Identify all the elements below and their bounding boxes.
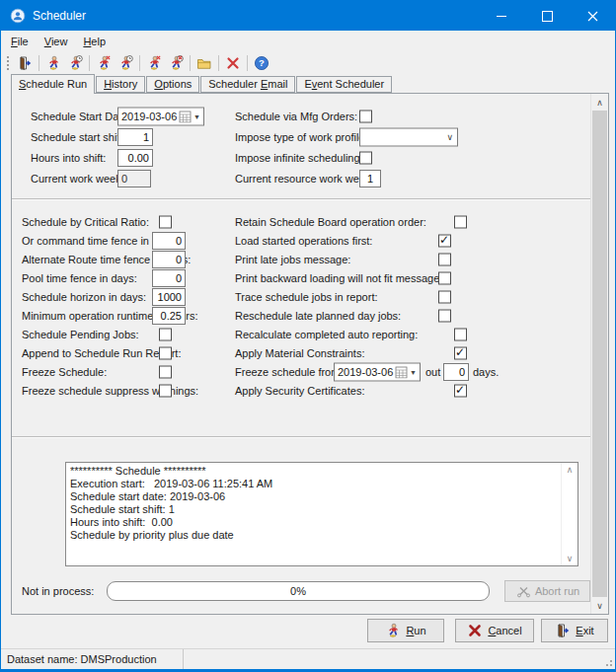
run-output-section: ********** Schedule ********** Execution… [12, 438, 591, 603]
impose-work-profile-select[interactable]: ∨ [359, 127, 458, 146]
print-late-jobs-message-checkbox[interactable] [438, 253, 451, 265]
field-label: Retain Schedule Board operation order: [235, 216, 426, 228]
help-button[interactable] [251, 53, 272, 73]
tab-options[interactable]: Options [146, 76, 199, 93]
freeze-schedule-suppress-warnings-checkbox[interactable] [159, 384, 172, 397]
exit-door-icon [17, 55, 33, 71]
delete-button[interactable] [222, 53, 244, 73]
freeze-out-days-input[interactable] [443, 363, 469, 381]
run-person-icon [385, 623, 401, 638]
exit-button[interactable]: Exit [541, 619, 608, 642]
schedule-start-date-picker[interactable]: 2019-03-06 ▼ [117, 107, 204, 125]
cancel-schedule-timed-icon [117, 55, 133, 71]
app-icon [10, 8, 26, 24]
field-label: Schedule Pending Jobs: [22, 329, 139, 340]
pool-time-fence-input[interactable] [152, 269, 186, 287]
close-button[interactable] [570, 1, 615, 31]
append-to-schedule-run-report-checkbox[interactable] [159, 346, 172, 359]
field-label: Trace schedule jobs in report: [235, 291, 378, 303]
hours-into-shift-input[interactable] [117, 149, 153, 167]
toolbar-separator [89, 55, 90, 71]
trace-schedule-jobs-checkbox[interactable] [438, 290, 451, 303]
field-label: Schedule start shift: [31, 131, 126, 143]
field-label: Freeze Schedule: [22, 366, 107, 378]
menu-view[interactable]: View [37, 31, 76, 52]
recalculate-completed-auto-reporting-checkbox[interactable] [454, 328, 467, 340]
run-schedule-button[interactable] [42, 53, 64, 73]
cancel-schedule-timed-button[interactable] [115, 53, 136, 73]
freeze-schedule-checkbox[interactable] [159, 365, 172, 378]
schedule-horizon-input[interactable] [152, 288, 186, 306]
report-folder-button[interactable] [193, 53, 215, 73]
resize-grip[interactable] [603, 657, 613, 667]
status-bar: Dataset name: DMSProduction [1, 648, 615, 669]
field-label: Apply Material Constraints: [235, 347, 364, 359]
schedule-pending-jobs-checkbox[interactable] [159, 328, 172, 340]
freeze-schedule-from-picker[interactable]: 2019-03-06 ▼ [334, 362, 421, 381]
exit-toolbar-button[interactable] [14, 53, 36, 73]
scroll-down-icon[interactable]: ∨ [562, 552, 578, 565]
dataset-name-status: Dataset name: DMSProduction [1, 649, 184, 669]
scroll-up-icon[interactable]: ∧ [591, 94, 608, 111]
calendar-icon [395, 365, 408, 378]
dropdown-arrow-icon[interactable]: ▼ [192, 112, 203, 119]
log-scrollbar[interactable]: ∧ ∨ [561, 463, 578, 565]
close-icon [587, 11, 598, 22]
exit-door-icon [555, 623, 571, 638]
retain-schedule-board-order-checkbox[interactable] [454, 215, 467, 228]
toolbar-grip[interactable] [6, 55, 10, 71]
schedule-via-mfg-orders-checkbox[interactable] [359, 110, 372, 122]
minimum-operation-runtime-input[interactable] [152, 307, 186, 325]
load-started-operations-first-checkbox[interactable] [438, 234, 451, 247]
schedule-start-shift-input[interactable] [117, 128, 153, 146]
print-backward-loading-checkbox[interactable] [438, 271, 451, 284]
tab-schedule-run[interactable]: Schedule Run [11, 74, 95, 94]
cancel-schedule-button[interactable] [93, 53, 115, 73]
field-label: Schedule Start Date: [31, 111, 131, 122]
apply-security-certificates-checkbox[interactable] [454, 384, 467, 397]
maximize-button[interactable] [524, 1, 570, 31]
window-title: Scheduler [33, 9, 479, 23]
run-jobs-timed-icon [168, 55, 184, 71]
field-label: Reschedule late planned day jobs: [235, 310, 401, 322]
progress-row: Not in process: 0% Abort run [12, 579, 591, 603]
or-command-time-fence-input[interactable] [152, 232, 186, 250]
run-button[interactable]: Run [367, 619, 444, 642]
cancel-button[interactable]: Cancel [455, 619, 534, 642]
reschedule-late-planned-day-jobs-checkbox[interactable] [438, 309, 451, 322]
minimize-icon [497, 16, 506, 17]
minimize-button[interactable] [479, 1, 524, 31]
impose-infinite-scheduling-checkbox[interactable] [359, 151, 372, 164]
run-jobs-button[interactable] [143, 53, 165, 73]
run-jobs-timed-button[interactable] [165, 53, 187, 73]
toolbar-separator [218, 55, 219, 71]
schedule-by-critical-ratio-checkbox[interactable] [159, 215, 172, 228]
toolbar-separator [139, 55, 140, 71]
menu-file[interactable]: File [3, 31, 37, 52]
field-label: Apply Security Certificates: [235, 385, 364, 397]
tab-event-scheduler[interactable]: Event Scheduler [296, 76, 392, 93]
toolbar-separator [190, 55, 191, 71]
menu-help[interactable]: Help [75, 31, 114, 52]
scroll-up-icon[interactable]: ∧ [562, 463, 578, 477]
tab-history[interactable]: History [96, 76, 145, 93]
chevron-down-icon: ∨ [446, 132, 457, 142]
schedule-run-panel: Schedule Start Date: 2019-03-06 ▼ Schedu… [11, 93, 609, 615]
scrollbar-thumb[interactable] [592, 111, 607, 597]
out-label: out [425, 366, 440, 378]
field-label: Current work week: [31, 173, 124, 185]
scroll-down-icon[interactable]: ∨ [591, 597, 608, 614]
progress-value: 0% [290, 585, 306, 597]
current-resource-work-week-input[interactable] [359, 170, 381, 187]
schedule-log-textarea[interactable]: ********** Schedule ********** Execution… [65, 462, 578, 566]
field-label: Recalculate completed auto reporting: [235, 329, 418, 340]
alternate-route-time-fence-input[interactable] [152, 251, 186, 268]
run-schedule-timed-button[interactable] [64, 53, 86, 73]
tab-scheduler-email[interactable]: Scheduler Email [200, 76, 295, 93]
toolbar-separator [38, 55, 39, 71]
dropdown-arrow-icon[interactable]: ▼ [409, 368, 420, 375]
apply-material-constraints-checkbox[interactable] [454, 346, 467, 359]
run-schedule-timed-icon [67, 55, 83, 71]
panel-scrollbar[interactable]: ∧ ∨ [590, 94, 608, 614]
days-label: days. [473, 366, 499, 378]
